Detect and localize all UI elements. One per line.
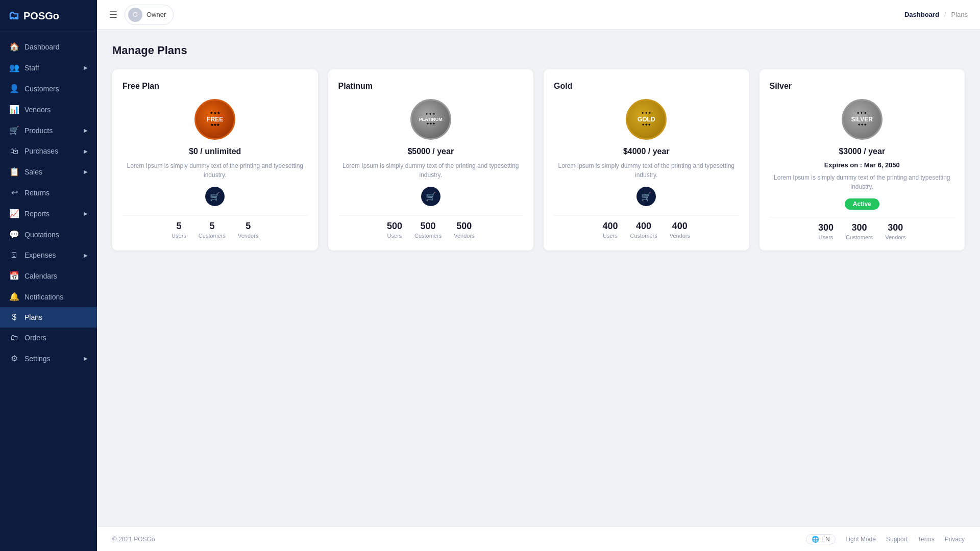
sidebar-label-returns: Returns [24,189,50,197]
cart-button-gold[interactable]: 🛒 [636,187,656,206]
plan-stats-free: 5 Users 5 Customers 5 Vendors [122,215,308,239]
sidebar-label-sales: Sales [24,168,42,176]
sidebar-item-returns[interactable]: ↩ Returns [0,182,97,203]
sidebar-item-staff[interactable]: 👥 Staff ▶ [0,57,97,78]
quotations-icon: 💬 [9,230,19,239]
plan-card-free: Free Plan ★★★ FREE ★★★ $0 / unlimited Lo… [112,69,318,251]
customers-icon: 👤 [9,84,19,93]
sidebar-item-customers[interactable]: 👤 Customers [0,78,97,99]
sidebar-item-settings[interactable]: ⚙ Settings ▶ [0,348,97,369]
stat-vendors: 400 Vendors [670,221,690,239]
plan-stats-gold: 400 Users 400 Customers 400 Vendors [554,215,739,239]
terms-link[interactable]: Terms [918,536,935,543]
cart-button-free[interactable]: 🛒 [205,187,225,206]
reports-icon: 📈 [9,209,19,218]
logo-icon: 🗂 [8,9,19,22]
sidebar-label-purchases: Purchases [24,147,58,155]
plan-stats-platinum: 500 Users 500 Customers 500 Vendors [338,215,524,239]
settings-icon: ⚙ [9,354,19,363]
sidebar-label-products: Products [24,127,53,135]
menu-toggle[interactable]: ☰ [109,9,117,20]
sidebar-item-purchases[interactable]: 🛍 Purchases ▶ [0,141,97,161]
page-content: Manage Plans Free Plan ★★★ FREE ★★★ $0 /… [97,30,980,527]
plan-stats-silver: 300 Users 300 Customers 300 Vendors [770,217,955,240]
plans-grid: Free Plan ★★★ FREE ★★★ $0 / unlimited Lo… [112,69,965,251]
plans-icon: $ [9,313,19,322]
sidebar-label-expenses: Expenses [24,251,56,259]
breadcrumb-home[interactable]: Dashboard [904,11,939,18]
plan-name-silver: Silver [770,82,792,91]
topbar-left: ☰ O Owner [109,5,174,25]
products-icon: 🛒 [9,126,19,135]
plan-price-silver: $3000 / year [839,147,885,156]
plan-badge-gold: ✦✦✦ GOLD ✦✦✦ [626,99,667,140]
breadcrumb-current: Plans [951,11,968,18]
sidebar-item-notifications[interactable]: 🔔 Notifications [0,286,97,307]
returns-icon: ↩ [9,188,19,197]
notifications-icon: 🔔 [9,292,19,302]
stat-vendors: 5 Vendors [238,221,258,239]
sidebar-label-staff: Staff [24,64,39,72]
light-mode-link[interactable]: Light Mode [846,536,876,543]
plan-price-free: $0 / unlimited [189,147,241,156]
sidebar-item-dashboard[interactable]: 🏠 Dashboard [0,36,97,57]
breadcrumb-separator: / [944,11,946,18]
plan-desc-free: Lorem Ipsum is simply dummy text of the … [122,161,308,180]
calendars-icon: 📅 [9,271,19,281]
support-link[interactable]: Support [886,536,908,543]
staff-icon: 👥 [9,63,19,72]
plan-name-free: Free Plan [122,82,159,91]
sidebar-nav: 🏠 Dashboard 👥 Staff ▶ 👤 Customers 📊 Vend… [0,32,97,551]
page-title: Manage Plans [112,44,965,57]
privacy-link[interactable]: Privacy [945,536,965,543]
sidebar-label-calendars: Calendars [24,272,57,280]
arrow-icon: ▶ [84,356,88,361]
stat-users: 5 Users [172,221,186,239]
language-selector[interactable]: 🌐 EN [806,534,836,544]
sidebar-item-plans[interactable]: $ Plans [0,307,97,328]
cart-button-platinum[interactable]: 🛒 [421,187,440,206]
language-label: EN [821,536,830,543]
plan-desc-platinum: Lorem Ipsum is simply dummy text of the … [338,161,524,180]
sidebar-item-products[interactable]: 🛒 Products ▶ [0,120,97,141]
active-badge: Active [845,198,879,210]
plan-card-silver: Silver ✦✦✦ SILVER ✦✦✦ $3000 / year Expir… [760,69,965,251]
plan-name-platinum: Platinum [338,82,373,91]
stat-users: 500 Users [387,221,402,239]
sidebar-label-orders: Orders [24,334,46,342]
sidebar-item-orders[interactable]: 🗂 Orders [0,328,97,348]
sidebar-label-customers: Customers [24,85,59,93]
arrow-icon: ▶ [84,148,88,154]
sidebar-item-vendors[interactable]: 📊 Vendors [0,99,97,120]
plan-price-gold: $4000 / year [623,147,670,156]
stat-customers: 500 Customers [414,221,442,239]
arrow-icon: ▶ [84,253,88,258]
arrow-icon: ▶ [84,169,88,174]
sidebar-item-expenses[interactable]: 🗓 Expenses ▶ [0,245,97,265]
topbar: ☰ O Owner Dashboard / Plans [97,0,980,30]
stat-vendors: 500 Vendors [454,221,474,239]
main-content: ☰ O Owner Dashboard / Plans Manage Plans… [97,0,980,551]
dashboard-icon: 🏠 [9,42,19,52]
plan-badge-silver: ✦✦✦ SILVER ✦✦✦ [842,99,883,140]
avatar: O [128,8,142,22]
vendors-icon: 📊 [9,105,19,114]
plan-desc-silver: Lorem Ipsum is simply dummy text of the … [770,173,955,191]
owner-button[interactable]: O Owner [125,5,174,25]
globe-icon: 🌐 [812,536,819,543]
sidebar-label-notifications: Notifications [24,293,63,301]
breadcrumb: Dashboard / Plans [904,11,968,18]
stat-vendors: 300 Vendors [885,222,905,240]
owner-label: Owner [146,11,166,18]
footer-links: 🌐 EN Light Mode Support Terms Privacy [806,534,965,544]
sidebar-label-vendors: Vendors [24,106,51,114]
sidebar-item-calendars[interactable]: 📅 Calendars [0,265,97,286]
plan-price-platinum: $5000 / year [407,147,454,156]
sidebar-item-quotations[interactable]: 💬 Quotations [0,224,97,245]
sidebar-item-reports[interactable]: 📈 Reports ▶ [0,203,97,224]
sidebar: 🗂 POSGo 🏠 Dashboard 👥 Staff ▶ 👤 Customer… [0,0,97,551]
arrow-icon: ▶ [84,128,88,133]
sidebar-label-dashboard: Dashboard [24,43,60,51]
copyright: © 2021 POSGo [112,536,155,543]
sidebar-item-sales[interactable]: 📋 Sales ▶ [0,161,97,182]
